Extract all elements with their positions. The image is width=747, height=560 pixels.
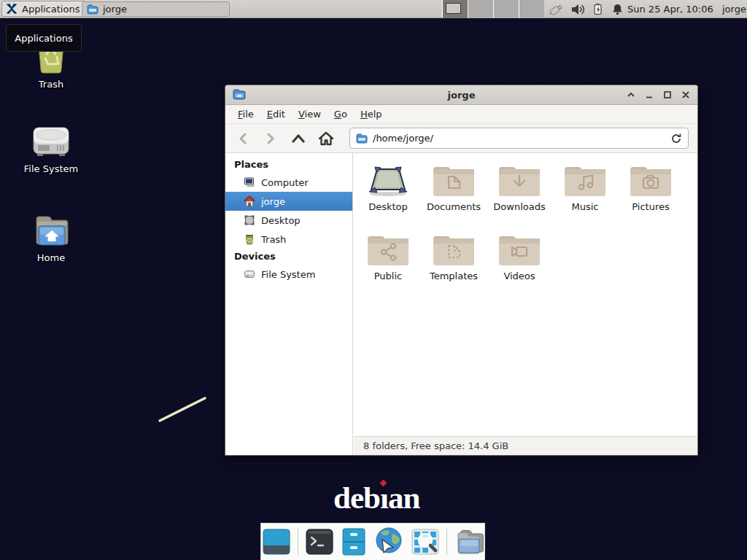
dock-separator — [446, 529, 447, 555]
window-body: Places Computer — [225, 153, 697, 455]
desktop-screen: Applications jorge — [0, 0, 747, 560]
sidebar-item-computer[interactable]: Computer — [225, 173, 352, 192]
terminal-icon[interactable] — [305, 528, 334, 556]
folder-icon — [87, 4, 98, 15]
cursor-trail-artifact — [153, 392, 214, 427]
workspace-4[interactable] — [519, 0, 544, 18]
videos-folder-icon — [497, 230, 542, 267]
menu-file[interactable]: File — [231, 106, 260, 122]
panel-clock[interactable]: Sun 25 Apr, 10:06 — [627, 0, 713, 18]
sidebar-item-desktop[interactable]: Desktop — [225, 211, 352, 230]
power-plug-icon[interactable] — [547, 2, 565, 17]
minimize-button[interactable] — [645, 90, 654, 99]
shade-button[interactable] — [627, 90, 635, 99]
downloads-folder-icon — [497, 161, 542, 198]
location-bar[interactable]: /home/jorge/ — [349, 128, 689, 149]
volume-icon[interactable] — [571, 3, 586, 16]
reload-button[interactable] — [670, 133, 682, 144]
public-folder-icon — [365, 230, 411, 267]
tooltip-text: Applications — [15, 33, 72, 44]
notification-bell-icon[interactable] — [611, 3, 624, 16]
file-item-documents[interactable]: Documents — [421, 159, 487, 226]
desktop-icon-home[interactable]: Home — [16, 213, 86, 263]
menu-view[interactable]: View — [292, 106, 328, 122]
workspace-3[interactable] — [494, 0, 519, 18]
file-item-label: Pictures — [632, 201, 669, 212]
panel-username[interactable]: jorge — [722, 0, 746, 18]
file-item-public[interactable]: Public — [355, 228, 421, 295]
file-item-label: Downloads — [493, 201, 545, 212]
file-item-label: Desktop — [368, 201, 408, 212]
sidebar-item-label: Computer — [261, 177, 309, 188]
desktop-icon-label: File System — [24, 163, 78, 174]
home-button[interactable] — [317, 130, 335, 147]
back-button[interactable] — [234, 130, 252, 147]
file-manager-icon[interactable] — [454, 528, 484, 556]
file-item-label: Documents — [427, 201, 481, 212]
file-item-music[interactable]: Music — [552, 159, 618, 226]
tasklist-handle-icon[interactable] — [76, 4, 80, 15]
show-desktop-icon[interactable] — [262, 528, 291, 556]
applications-menu-label: Applications — [22, 4, 80, 15]
logo-text: deb — [333, 481, 380, 515]
menu-go[interactable]: Go — [328, 106, 354, 122]
desktop-icon-label: Trash — [39, 79, 63, 90]
location-path: /home/jorge/ — [373, 133, 433, 144]
workspace-1[interactable] — [443, 0, 468, 18]
sidebar-header-devices: Devices — [225, 249, 352, 265]
applications-tooltip: Applications — [6, 24, 82, 52]
home-folder-icon — [31, 213, 71, 248]
toolbar: /home/jorge/ — [225, 124, 697, 153]
system-tray — [547, 0, 624, 18]
file-item-label: Templates — [430, 271, 478, 281]
forward-button[interactable] — [262, 130, 279, 147]
menu-help[interactable]: Help — [354, 106, 389, 122]
window-titlebar[interactable]: jorge — [225, 85, 697, 105]
file-item-desktop[interactable]: Desktop — [355, 159, 421, 226]
battery-charging-icon[interactable] — [592, 3, 605, 16]
desktop-icon — [244, 214, 255, 226]
applications-menu-button[interactable]: Applications — [1, 1, 86, 17]
application-finder-icon[interactable] — [411, 528, 440, 556]
file-item-videos[interactable]: Videos — [487, 228, 552, 295]
up-button[interactable] — [290, 130, 307, 147]
sidebar-item-label: jorge — [261, 196, 285, 207]
hard-drive-icon — [244, 268, 255, 280]
menu-edit[interactable]: Edit — [260, 106, 292, 122]
maximize-button[interactable] — [663, 90, 672, 99]
file-cabinet-icon[interactable] — [341, 527, 367, 556]
file-item-label: Public — [374, 271, 402, 281]
pictures-folder-icon — [628, 161, 673, 198]
music-folder-icon — [562, 161, 608, 198]
sidebar-item-label: Desktop — [261, 215, 301, 226]
sidebar-item-label: Trash — [261, 234, 286, 245]
file-grid: Desktop Documents — [354, 153, 697, 436]
workspace-window-thumb — [446, 3, 461, 14]
workspace-2[interactable] — [468, 0, 493, 18]
close-button[interactable] — [681, 90, 690, 99]
bottom-dock — [260, 523, 485, 560]
file-item-label: Videos — [503, 271, 535, 281]
sidebar-item-jorge[interactable]: jorge — [225, 192, 352, 211]
desktop-icon-file-system[interactable]: File System — [16, 124, 86, 174]
sidebar-header-places: Places — [225, 157, 352, 173]
file-item-templates[interactable]: Templates — [421, 228, 487, 295]
trash-icon — [244, 233, 255, 245]
location-folder-icon — [356, 133, 368, 144]
file-item-pictures[interactable]: Pictures — [618, 159, 684, 226]
sidebar-item-file-system[interactable]: File System — [225, 265, 352, 284]
logo-i: ı — [380, 480, 388, 516]
top-panel: Applications jorge — [0, 0, 747, 18]
computer-icon — [244, 176, 255, 188]
debian-wallpaper-logo: debıan — [333, 480, 419, 516]
sidebar: Places Computer — [225, 153, 353, 455]
file-item-downloads[interactable]: Downloads — [487, 159, 552, 226]
sidebar-item-label: File System — [261, 269, 315, 280]
menu-bar: File Edit View Go Help — [225, 105, 697, 124]
xfce-logo-icon — [5, 2, 18, 15]
taskbar-window-button[interactable]: jorge — [82, 1, 230, 17]
workspace-switcher — [442, 0, 544, 18]
web-browser-icon[interactable] — [374, 526, 404, 557]
hard-drive-icon — [31, 124, 71, 159]
sidebar-item-trash[interactable]: Trash — [225, 230, 352, 249]
